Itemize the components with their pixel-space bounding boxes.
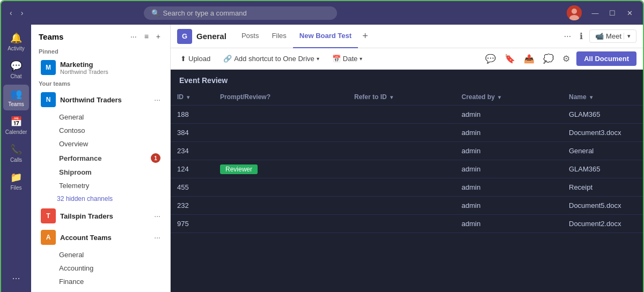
sidebar: Teams ··· ≡ + Pinned M Marketing Northwi…	[31, 25, 171, 292]
calendar-label: Calender	[5, 129, 27, 135]
icon-rail: 🔔 Activity 💬 Chat 👥 Teams 📅 Calender 📞 C…	[1, 25, 31, 292]
table-row[interactable]: 384adminDocument3.docx	[171, 124, 643, 142]
pinned-team-item[interactable]: M Marketing Northwind Traders	[33, 57, 168, 78]
tailspin-team-item[interactable]: T Tailspin Traders ···	[33, 205, 168, 227]
search-input[interactable]	[163, 9, 330, 17]
northwind-team-item[interactable]: N Northwind Traders ···	[33, 89, 168, 110]
sidebar-item-calls[interactable]: 📞 Calls	[3, 140, 29, 166]
tab-new-board-test[interactable]: New Board Test	[293, 25, 358, 48]
col-header-id[interactable]: ID ▾	[171, 89, 214, 106]
channel-general[interactable]: General	[33, 110, 168, 124]
tab-files[interactable]: Files	[265, 25, 292, 48]
cell-id: 384	[171, 124, 214, 142]
channel-performance[interactable]: Performance 1	[33, 151, 168, 166]
nav-buttons[interactable]: ‹ ›	[6, 8, 26, 18]
title-bar-right: — ☐ ✕	[567, 5, 638, 20]
tailspin-name: Tailspin Traders	[60, 212, 154, 220]
nav-forward-button[interactable]: ›	[18, 8, 27, 18]
channel-contoso[interactable]: Contoso	[33, 124, 168, 137]
upload-button[interactable]: ⬆ Upload	[177, 53, 214, 65]
cell-prompt	[214, 178, 348, 197]
cell-prompt	[214, 215, 348, 233]
table-row[interactable]: 124RevieweradminGLAM365	[171, 160, 643, 178]
comment-icon-btn[interactable]: 💬	[483, 51, 498, 66]
table-row[interactable]: 232adminDocument5.docx	[171, 197, 643, 215]
cell-id: 124	[171, 160, 214, 178]
cell-refer	[348, 215, 455, 233]
cell-refer	[348, 178, 455, 197]
info-button[interactable]: ℹ	[577, 29, 585, 43]
search-icon: 🔍	[151, 9, 160, 17]
table-row[interactable]: 975adminDocument2.docx	[171, 215, 643, 233]
minimize-button[interactable]: —	[587, 6, 603, 19]
shortcut-button[interactable]: 🔗 Add shortcut to One Drive ▾	[220, 53, 323, 65]
calls-icon: 📞	[10, 144, 22, 155]
cell-name: Document2.docx	[562, 215, 643, 233]
your-teams-label: Your teams	[31, 78, 170, 89]
table-header-row: ID ▾ Prompt/Review? Refer to ID ▾ Create…	[171, 89, 643, 106]
window-controls[interactable]: — ☐ ✕	[587, 6, 638, 19]
account-team-item[interactable]: A Account Teams ···	[33, 227, 168, 248]
sidebar-header-actions[interactable]: ··· ≡ +	[128, 31, 163, 42]
avatar[interactable]	[567, 5, 582, 20]
sidebar-item-teams[interactable]: 👥 Teams	[3, 85, 29, 110]
cell-prompt	[214, 197, 348, 215]
chat-icon-btn[interactable]: 💭	[541, 51, 556, 66]
id-sort-icon: ▾	[187, 94, 189, 100]
more-options-button[interactable]: ···	[128, 31, 139, 42]
table-row[interactable]: 455adminReceipt	[171, 178, 643, 197]
tailspin-more-icon[interactable]: ···	[154, 212, 160, 220]
cell-refer	[348, 106, 455, 124]
files-icon: 📁	[10, 171, 22, 183]
share-icon-btn[interactable]: 📤	[522, 51, 537, 66]
northwind-more-icon[interactable]: ···	[154, 95, 160, 104]
bookmark-icon-btn[interactable]: 🔖	[502, 51, 517, 66]
northwind-name: Northwind Traders	[60, 96, 154, 104]
close-button[interactable]: ✕	[621, 6, 638, 19]
nav-back-button[interactable]: ‹	[6, 8, 16, 18]
channel-shiproom[interactable]: Shiproom	[33, 166, 168, 179]
channel-finance[interactable]: Finance	[33, 275, 168, 288]
maximize-button[interactable]: ☐	[604, 6, 620, 19]
sidebar-item-chat[interactable]: 💬 Chat	[3, 57, 29, 83]
table-body: 188adminGLAM365384adminDocument3.docx234…	[171, 106, 643, 233]
filter-button[interactable]: ≡	[142, 31, 151, 42]
col-header-prompt[interactable]: Prompt/Review?	[214, 89, 348, 106]
performance-label: Performance	[59, 154, 101, 162]
col-header-created[interactable]: Created by ▾	[455, 89, 562, 106]
meet-caret-icon[interactable]: ▾	[624, 33, 631, 40]
channel-accounting[interactable]: Accounting	[33, 261, 168, 275]
more-options-tab-button[interactable]: ···	[562, 29, 573, 43]
hidden-channels-link[interactable]: 32 hidden channels	[31, 192, 170, 205]
account-more-icon[interactable]: ···	[154, 233, 160, 242]
add-tab-button[interactable]: +	[358, 31, 372, 42]
cell-id: 455	[171, 178, 214, 197]
sidebar-item-activity[interactable]: 🔔 Activity	[3, 29, 29, 55]
settings-icon-btn[interactable]: ⚙	[560, 51, 572, 66]
channel-overview[interactable]: Overview	[33, 137, 168, 151]
date-button[interactable]: 📅 Date ▾	[329, 53, 365, 65]
tab-posts[interactable]: Posts	[235, 25, 266, 48]
channel-telemetry[interactable]: Telemetry	[33, 179, 168, 192]
all-document-button[interactable]: All Document	[576, 51, 636, 66]
reviewer-badge: Reviewer	[220, 164, 258, 174]
sidebar-item-files[interactable]: 📁 Files	[3, 168, 29, 194]
meet-label: Meet	[606, 32, 621, 40]
meet-button[interactable]: 📹 Meet ▾	[589, 29, 636, 43]
account-name: Account Teams	[60, 234, 154, 242]
sidebar-item-calendar[interactable]: 📅 Calender	[3, 113, 29, 138]
chat-label: Chat	[10, 73, 21, 79]
tab-bar: G General Posts Files New Board Test + ·…	[171, 25, 643, 48]
add-team-button[interactable]: +	[154, 31, 163, 42]
search-bar[interactable]: 🔍	[144, 6, 337, 20]
table-row[interactable]: 188adminGLAM365	[171, 106, 643, 124]
sidebar-title: Teams	[39, 32, 63, 41]
app-body: 🔔 Activity 💬 Chat 👥 Teams 📅 Calender 📞 C…	[1, 25, 643, 292]
northwind-avatar: N	[41, 92, 56, 107]
col-header-refer[interactable]: Refer to ID ▾	[348, 89, 455, 106]
table-row[interactable]: 234adminGeneral	[171, 142, 643, 160]
more-icon[interactable]: ···	[8, 268, 24, 288]
channel-account-general[interactable]: General	[33, 248, 168, 261]
col-header-name[interactable]: Name ▾	[562, 89, 643, 106]
sidebar-header: Teams ··· ≡ +	[31, 25, 170, 46]
